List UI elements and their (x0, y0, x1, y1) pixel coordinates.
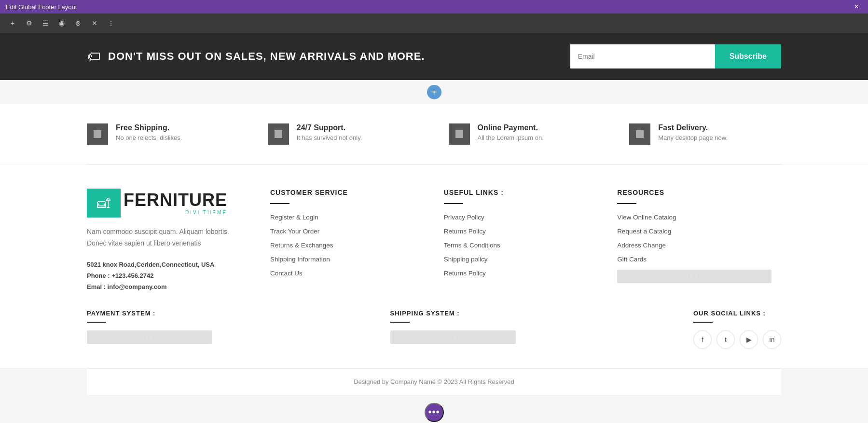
link-register-login[interactable]: Register & Login (270, 214, 425, 221)
facebook-icon[interactable]: f (693, 330, 712, 349)
payment-system-title: PAYMENT SYSTEM : (87, 310, 371, 317)
toolbar-row: + ⚙ ☰ ◉ ⊗ ✕ ⋮ (0, 14, 868, 33)
feature-desc-delivery: Many desktop page now. (658, 134, 728, 141)
youtube-icon[interactable]: ▶ (740, 330, 758, 349)
payment-divider (87, 322, 106, 323)
social-links-col: OUR SOCIAL LINKS : f t ▶ in (693, 310, 781, 349)
feature-item-delivery: Fast Delivery. Many desktop page now. (629, 123, 781, 145)
brand-subtitle: DIVI THEME (124, 210, 227, 215)
newsletter-left: 🏷 DON'T MISS OUT ON SALES, NEW ARRIVALS … (87, 49, 425, 65)
resources-title: RESOURCES (617, 189, 772, 196)
feature-desc-shipping: No one rejects, dislikes. (116, 134, 182, 141)
link-returns-exchanges[interactable]: Returns & Exchanges (270, 242, 425, 249)
brand-logo: 🛋 FERNITURE DIVI THEME (87, 189, 241, 218)
twitter-icon[interactable]: t (716, 330, 735, 349)
toolbar-preview-icon[interactable]: ◉ (55, 16, 69, 30)
social-divider (693, 322, 713, 323)
toolbar-layout-icon[interactable]: ☰ (39, 16, 52, 30)
shipping-placeholder-image: · · · (390, 330, 516, 344)
link-returns-policy-1[interactable]: Returns Policy (444, 228, 598, 235)
shipping-system-col: SHIPPING SYSTEM : · · · (390, 310, 675, 344)
useful-links-col: USEFUL LINKS : Privacy Policy Returns Po… (434, 189, 608, 290)
shipping-icon-box (87, 123, 108, 145)
brand-address: 5021 knox Road,Ceriden,Connecticut, USA (87, 261, 241, 268)
payment-placeholder-image: · · · (87, 330, 212, 344)
edit-bar: Edit Global Footer Layout × (0, 0, 868, 14)
footer-brand: 🛋 FERNITURE DIVI THEME Nam commodo susci… (87, 189, 241, 290)
shipping-icon (94, 130, 101, 138)
link-track-order[interactable]: Track Your Order (270, 228, 425, 235)
customer-service-divider (270, 203, 289, 204)
feature-desc-support: It has survived not only. (297, 134, 362, 141)
link-returns-policy-2[interactable]: Returns Policy (444, 270, 598, 277)
payment-placeholder-dots: · · · (144, 334, 155, 340)
feature-text-support: 24/7 Support. It has survived not only. (297, 123, 362, 141)
add-row-button[interactable]: + (427, 85, 441, 99)
sofa-icon: 🛋 (97, 195, 110, 211)
delivery-icon-box (629, 123, 650, 145)
link-contact-us[interactable]: Contact Us (270, 270, 425, 277)
feature-item-shipping: Free Shipping. No one rejects, dislikes. (87, 123, 239, 145)
email-input[interactable] (570, 44, 715, 68)
toolbar-delete-icon[interactable]: ✕ (88, 16, 101, 30)
feature-title-delivery: Fast Delivery. (658, 123, 728, 132)
newsletter-bar: 🏷 DON'T MISS OUT ON SALES, NEW ARRIVALS … (0, 33, 868, 80)
footer-bottom: PAYMENT SYSTEM : · · · SHIPPING SYSTEM :… (0, 310, 868, 368)
footer-columns: CUSTOMER SERVICE Register & Login Track … (261, 189, 781, 290)
features-row: Free Shipping. No one rejects, dislikes.… (0, 104, 868, 164)
link-request-catalog[interactable]: Request a Catalog (617, 228, 772, 235)
link-view-catalog[interactable]: View Online Catalog (617, 214, 772, 221)
toolbar-settings-icon[interactable]: ⚙ (22, 16, 36, 30)
social-icons: f t ▶ in (693, 330, 781, 349)
subscribe-button[interactable]: Subscribe (715, 44, 781, 68)
brand-logo-box: 🛋 (87, 189, 121, 218)
support-icon-box (268, 123, 289, 145)
shipping-divider (390, 322, 410, 323)
add-row-container: + (0, 80, 868, 104)
customer-service-col: CUSTOMER SERVICE Register & Login Track … (261, 189, 434, 290)
newsletter-icon: 🏷 (87, 49, 100, 65)
feature-item-support: 24/7 Support. It has survived not only. (268, 123, 420, 145)
toolbar-disable-icon[interactable]: ⊗ (71, 16, 85, 30)
link-shipping-policy[interactable]: Shipping policy (444, 256, 598, 263)
feature-title-support: 24/7 Support. (297, 123, 362, 132)
payment-icon (455, 130, 463, 138)
newsletter-form: Subscribe (570, 44, 781, 68)
link-gift-cards[interactable]: Gift Cards (617, 256, 772, 263)
footer-main: 🛋 FERNITURE DIVI THEME Nam commodo susci… (0, 164, 868, 310)
payment-system-col: PAYMENT SYSTEM : · · · (87, 310, 371, 344)
close-icon[interactable]: × (851, 1, 862, 13)
delivery-icon (636, 130, 644, 138)
useful-links-divider (444, 203, 463, 204)
useful-links-title: USEFUL LINKS : (444, 189, 598, 196)
link-address-change[interactable]: Address Change (617, 242, 772, 249)
brand-email: Emal : info@company.com (87, 283, 241, 290)
resources-divider (617, 203, 636, 204)
resources-col: RESOURCES View Online Catalog Request a … (607, 189, 781, 290)
link-terms-conditions[interactable]: Terms & Conditions (444, 242, 598, 249)
feature-text-payment: Online Payment. All the Lorem Ipsum on. (478, 123, 544, 141)
shipping-placeholder-dots: · · · (447, 334, 459, 340)
payment-icon-box (449, 123, 470, 145)
brand-phone: Phone : +123.456.2742 (87, 272, 241, 279)
placeholder-dots: · · · (689, 274, 700, 279)
resources-placeholder-image: · · · (617, 270, 772, 283)
link-privacy-policy[interactable]: Privacy Policy (444, 214, 598, 221)
customer-service-title: CUSTOMER SERVICE (270, 189, 425, 196)
bottom-action-container: ••• (0, 395, 868, 423)
bottom-action-button[interactable]: ••• (425, 403, 444, 422)
link-shipping-information[interactable]: Shipping Information (270, 256, 425, 263)
feature-text-delivery: Fast Delivery. Many desktop page now. (658, 123, 728, 141)
copyright-bar: Designed by Company Name © 2023 All Righ… (87, 368, 781, 395)
feature-item-payment: Online Payment. All the Lorem Ipsum on. (449, 123, 601, 145)
brand-description: Nam commodo suscipit quam. Aliquam lobor… (87, 226, 241, 249)
newsletter-text: DON'T MISS OUT ON SALES, NEW ARRIVALS AN… (108, 50, 425, 63)
shipping-system-title: SHIPPING SYSTEM : (390, 310, 675, 317)
toolbar-more-icon[interactable]: ⋮ (104, 16, 118, 30)
social-links-title: OUR SOCIAL LINKS : (693, 310, 781, 317)
edit-bar-title: Edit Global Footer Layout (6, 3, 851, 11)
toolbar-add-icon[interactable]: + (6, 16, 19, 30)
feature-desc-payment: All the Lorem Ipsum on. (478, 134, 544, 141)
support-icon (275, 130, 282, 138)
linkedin-icon[interactable]: in (763, 330, 781, 349)
